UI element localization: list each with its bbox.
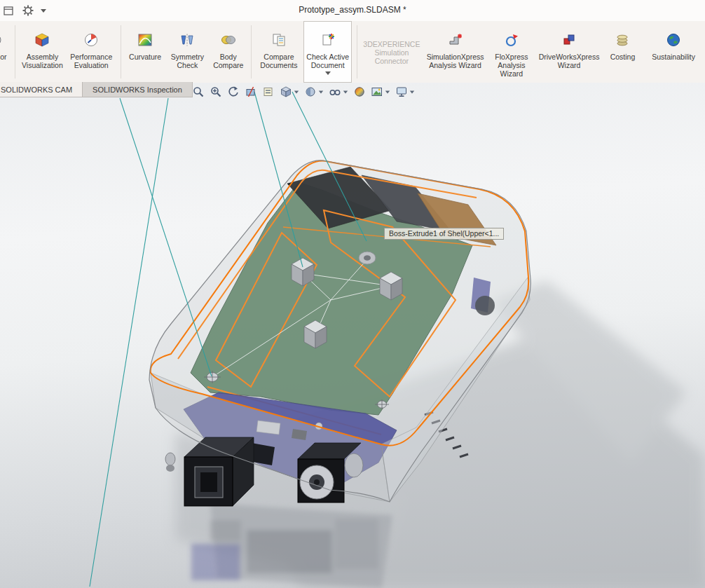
ribbon-button-assembly-visualization[interactable]: Assembly Visualization (20, 21, 64, 83)
ribbon-button-label: Costing (610, 53, 636, 61)
compare-documents-icon (271, 29, 287, 51)
ribbon-button-label: FloXpress Analysis Wizard (490, 53, 533, 78)
floxpress-icon (503, 29, 520, 51)
dropdown-caret-icon (294, 90, 299, 93)
dropdown-caret-icon (343, 90, 348, 93)
ribbon-button-performance-evaluation[interactable]: Performance Evaluation (67, 21, 116, 83)
command-tabs: SOLIDWORKS CAM SOLIDWORKS Inspection (0, 82, 193, 97)
ribbon-button-floxpress-wizard[interactable]: FloXpress Analysis Wizard (489, 21, 533, 83)
tab-solidworks-inspection[interactable]: SOLIDWORKS Inspection (82, 82, 193, 97)
ribbon-button-label: Body Compare (211, 53, 246, 69)
check-active-document-icon (320, 29, 336, 51)
ribbon-button-costing[interactable]: Costing (605, 21, 641, 83)
view-settings-icon[interactable] (394, 84, 416, 100)
document-title: Prototype_assym.SLDASM * (0, 5, 705, 15)
ribbon-toolbar: Sensor Assembly Visualization (0, 21, 705, 83)
performance-evaluation-icon (83, 29, 100, 51)
ribbon-button-body-compare[interactable]: Body Compare (210, 21, 247, 83)
driveworksxpress-icon (561, 29, 577, 51)
usb-connector[interactable] (184, 437, 254, 506)
ribbon-button-compare-documents[interactable]: Compare Documents (256, 21, 301, 83)
heads-up-view-toolbar (191, 84, 416, 100)
hide-show-items-icon[interactable] (327, 84, 350, 100)
ribbon-button-label: Sustainability (652, 53, 695, 61)
edit-appearance-icon[interactable] (352, 84, 367, 100)
sustainability-icon (665, 29, 682, 51)
title-bar: Prototype_assym.SLDASM * (0, 0, 705, 22)
ribbon-separator (15, 25, 15, 78)
ribbon-button-label: Sensor (0, 53, 7, 61)
graphics-viewport[interactable] (0, 83, 705, 588)
tab-label: SOLIDWORKS Inspection (93, 86, 182, 94)
tab-solidworks-cam[interactable]: SOLIDWORKS CAM (0, 82, 83, 97)
view-orientation-icon[interactable] (278, 84, 301, 100)
ribbon-button-label: Assembly Visualization (21, 53, 64, 69)
ribbon-button-curvature[interactable]: Curvature (125, 21, 164, 83)
ribbon-button-label: Performance Evaluation (68, 53, 115, 69)
section-view-icon[interactable] (243, 84, 259, 100)
ribbon-separator (251, 25, 252, 78)
ribbon-button-label: DriveWorksXpress Wizard (537, 53, 601, 69)
solidworks-window: Prototype_assym.SLDASM * Sensor Assembly… (0, 0, 705, 588)
previous-view-icon[interactable] (226, 84, 241, 100)
simulationxpress-icon (447, 29, 464, 51)
ribbon-separator (357, 25, 357, 78)
ribbon-button-label: Curvature (129, 53, 161, 61)
costing-icon (614, 29, 631, 51)
ribbon-button-label: Symmetry Check (168, 53, 207, 69)
ribbon-button-label: Compare Documents (257, 53, 300, 69)
dropdown-caret-icon (385, 90, 390, 93)
ribbon-button-check-active-document[interactable]: Check Active Document (303, 21, 352, 83)
ribbon-separator (121, 25, 121, 78)
curvature-icon (137, 29, 153, 51)
dropdown-caret-icon (325, 71, 331, 75)
model-reflection (191, 503, 392, 588)
body-compare-icon (220, 29, 237, 51)
ribbon-button-simulationxpress-wizard[interactable]: SimulationXpress Analysis Wizard (424, 21, 487, 83)
assembly-visualization-icon (34, 29, 50, 51)
ribbon-button-label: Check Active Document (304, 53, 351, 69)
display-style-icon[interactable] (303, 84, 325, 100)
tab-label: SOLIDWORKS CAM (1, 86, 72, 94)
ribbon-button-label: SimulationXpress Analysis Wizard (425, 53, 486, 69)
hex-standoff (165, 453, 175, 472)
apply-scene-icon[interactable] (369, 84, 392, 100)
ribbon-button-symmetry-check[interactable]: Symmetry Check (167, 21, 207, 83)
ribbon-button-3dexperience-simulation-connector: 3DEXPERIENCE Simulation Connector (362, 21, 421, 83)
sensor-icon (0, 29, 4, 51)
ribbon-button-label: 3DEXPERIENCE Simulation Connector (363, 40, 420, 65)
zoom-to-fit-icon[interactable] (191, 84, 206, 100)
dropdown-caret-icon (319, 90, 323, 93)
dropdown-caret-icon (410, 90, 414, 93)
symmetry-check-icon (179, 29, 196, 51)
hover-tooltip: Boss-Extrude1 of Shel(Upper<1... (384, 228, 504, 240)
zoom-to-area-icon[interactable] (208, 84, 224, 100)
model-canvas[interactable] (0, 83, 705, 588)
dynamic-annotation-views-icon[interactable] (261, 84, 276, 100)
ribbon-button-sustainability[interactable]: Sustainability (643, 21, 704, 83)
ribbon-button-sensor[interactable]: Sensor (0, 21, 10, 83)
ribbon-button-driveworksxpress-wizard[interactable]: DriveWorksXpress Wizard (536, 21, 601, 83)
